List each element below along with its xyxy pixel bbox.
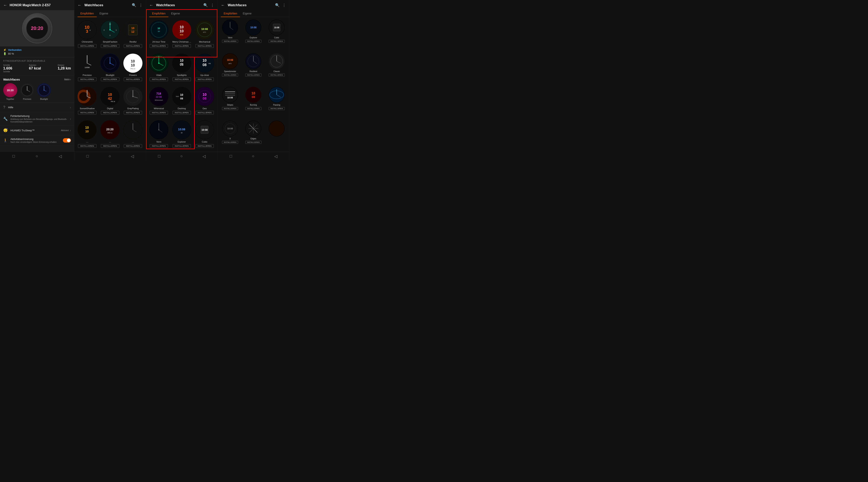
p2-nav-circle[interactable]: ○ <box>180 154 183 159</box>
activity-toggle[interactable] <box>63 138 71 142</box>
panel1-back[interactable]: ← <box>78 3 82 7</box>
install-btn-sm-venn[interactable]: INSTALLIEREN <box>222 40 238 43</box>
wf-preview-precision[interactable]: Precision <box>20 83 34 100</box>
wf-item-precision[interactable]: 14398 Precision INSTALLIEREN <box>78 54 97 83</box>
wf-item-vitals[interactable]: Vitals INSTALLIEREN <box>149 54 168 83</box>
install-btn-venn[interactable]: INSTALLIEREN <box>150 144 168 148</box>
back-icon[interactable]: ← <box>3 3 7 7</box>
nav-circle[interactable]: ○ <box>36 154 38 159</box>
install-btn-sm-resilient[interactable]: INSTALLIEREN <box>245 73 261 76</box>
wf-item-sm-burning[interactable]: 10 08 Burning INSTALLIEREN <box>243 87 264 117</box>
wf-item-digital[interactable]: 10 42 FRI 18 Digital INSTALLIEREN <box>100 87 120 117</box>
install-btn-row4-2[interactable]: INSTALLIEREN <box>101 144 119 148</box>
wf-item-sm-classic[interactable]: Classic INSTALLIEREN <box>267 53 287 84</box>
install-btn-explorer[interactable]: INSTALLIEREN <box>173 144 191 148</box>
wf-item-sm-venn[interactable]: Venn INSTALLIEREN <box>220 20 240 50</box>
install-btn-digital[interactable]: INSTALLIEREN <box>101 111 119 115</box>
install-btn-geo[interactable]: INSTALLIEREN <box>195 111 214 115</box>
install-btn-sm-speedometer[interactable]: INSTALLIEREN <box>222 73 238 76</box>
nav-back[interactable]: ◁ <box>59 154 62 159</box>
wf-item-dashing[interactable]: 10 08 7645 Dashing INSTALLIEREN <box>172 87 191 117</box>
install-btn-sm-passing[interactable]: INSTALLIEREN <box>269 107 285 110</box>
panel2-tab-eigene[interactable]: Eigene <box>168 10 183 17</box>
install-btn-row4-1[interactable]: INSTALLIEREN <box>78 144 96 148</box>
wf-item-chineseink[interactable]: 10 3 ⁸ ChineseInk INSTALLIEREN <box>78 20 97 50</box>
wf-item-sm-passing[interactable]: Passing INSTALLIEREN <box>267 87 287 117</box>
wf-item-cubic[interactable]: 10:08 Cubic INSTALLIEREN <box>195 120 214 150</box>
wf-item-xmas[interactable]: 10 10 MON Merry Christmas ... INSTALLIER… <box>172 20 191 50</box>
wf-item-grayplating[interactable]: GrayPlating INSTALLIEREN <box>123 87 143 117</box>
panel3-tab-empfohlen[interactable]: Empfohlen <box>221 10 240 17</box>
install-btn-grayplating[interactable]: INSTALLIEREN <box>124 111 142 115</box>
wf-item-sm-cubic[interactable]: 10:08 Cubic INSTALLIEREN <box>267 20 287 50</box>
install-btn-dashing[interactable]: INSTALLIEREN <box>173 111 191 115</box>
p1-nav-square[interactable]: □ <box>86 154 89 159</box>
wf-preview-together[interactable]: 20:20 Together <box>3 83 17 100</box>
panel1-tab-empfohlen[interactable]: Empfohlen <box>78 10 97 17</box>
p3-nav-square[interactable]: □ <box>230 154 232 159</box>
panel1-tab-eigene[interactable]: Eigene <box>97 10 111 17</box>
install-btn-precision[interactable]: INSTALLIEREN <box>78 77 96 81</box>
wf-item-geo[interactable]: 10 08 Geo INSTALLIEREN <box>195 87 214 117</box>
wf-preview-bluelight[interactable]: Bluelight <box>37 83 51 100</box>
install-btn-chineseink[interactable]: INSTALLIEREN <box>78 44 96 48</box>
wf-item-whimsical[interactable]: 718 10 08 Whimsical Whimsical INSTALLIER… <box>149 87 168 117</box>
fehlerbehebung-item[interactable]: 🔧 Fehlerbehebung Anleitung zum Beheben v… <box>0 112 74 126</box>
wf-item-spotlights[interactable]: 10 08 Spotlights INSTALLIEREN <box>172 54 191 83</box>
install-btn-flowers[interactable]: INSTALLIEREN <box>124 77 142 81</box>
wf-item-upclose[interactable]: 10 08 FRI Up-close INSTALLIEREN <box>195 54 214 83</box>
trusleep-item[interactable]: 😴 HUAWEI TruSleep™ Aktiviert › <box>0 126 74 135</box>
nav-square[interactable]: □ <box>12 154 15 159</box>
wf-item-mech[interactable]: 10:08 24°C Mechanical INSTALLIEREN <box>195 20 214 50</box>
wf-item-restful[interactable]: 10 12 Restful INSTALLIEREN <box>123 20 143 50</box>
install-btn-sunsetshadow[interactable]: INSTALLIEREN <box>78 111 96 115</box>
wf-item-sm-edges[interactable]: Edges INSTALLIEREN <box>243 121 264 151</box>
install-btn-sm-cubic[interactable]: INSTALLIEREN <box>269 40 285 43</box>
p1-nav-back[interactable]: ◁ <box>131 154 134 159</box>
install-btn-mech[interactable]: INSTALLIEREN <box>195 44 214 48</box>
panel2-back[interactable]: ← <box>149 3 153 7</box>
install-btn-row4-3[interactable]: INSTALLIEREN <box>124 144 142 148</box>
wf-item-sm-speedometer[interactable]: 10:08 24°C Speedometer INSTALLIEREN <box>220 53 240 84</box>
panel2-tab-empfohlen[interactable]: Empfohlen <box>149 10 168 17</box>
p3-nav-circle[interactable]: ○ <box>252 154 254 159</box>
wf-item-simplefashion[interactable]: 12 6 9 3 SimpleFashion INSTALLIEREN <box>100 20 120 50</box>
install-btn-sm-stripes[interactable]: INSTALLIEREN <box>222 107 238 110</box>
install-btn-sm-edges[interactable]: INSTALLIEREN <box>245 141 261 144</box>
panel2-search-icon[interactable]: 🔍 <box>203 3 208 7</box>
wf-item-24hr[interactable]: 10 10 24-hour Time INSTALLIEREN <box>149 20 168 50</box>
install-btn-xmas[interactable]: INSTALLIEREN <box>173 44 191 48</box>
install-btn-cubic[interactable]: INSTALLIEREN <box>195 144 214 148</box>
panel1-search-icon[interactable]: 🔍 <box>132 3 136 7</box>
panel1-more-icon[interactable]: ⋮ <box>139 3 143 7</box>
wf-item-row4-1[interactable]: 10 10 … INSTALLIEREN <box>78 120 97 150</box>
install-btn-upclose[interactable]: INSTALLIEREN <box>195 77 214 81</box>
install-btn-bluelight[interactable]: INSTALLIEREN <box>101 77 119 81</box>
install-btn-vitals[interactable]: INSTALLIEREN <box>150 77 168 81</box>
install-btn-sm-explorer[interactable]: INSTALLIEREN <box>245 40 261 43</box>
install-btn-sm-classic[interactable]: INSTALLIEREN <box>269 73 285 76</box>
panel2-more-icon[interactable]: ⋮ <box>211 3 214 7</box>
panel3-back[interactable]: ← <box>221 3 225 7</box>
p3-nav-back[interactable]: ◁ <box>274 154 277 159</box>
panel3-more-icon[interactable]: ⋮ <box>282 3 286 7</box>
panel3-search-icon[interactable]: 🔍 <box>275 3 279 7</box>
install-btn-whimsical[interactable]: INSTALLIEREN <box>150 111 168 115</box>
wf-item-row4-2[interactable]: 20:20 FRI 14 … INSTALLIEREN <box>100 120 120 150</box>
install-btn-restful[interactable]: INSTALLIEREN <box>124 44 142 48</box>
mehr-link[interactable]: Mehr › <box>64 78 71 81</box>
p1-nav-circle[interactable]: ○ <box>108 154 111 159</box>
hilfe-item[interactable]: ? Hilfe › <box>0 103 74 112</box>
install-btn-sm-x[interactable]: INSTALLIEREN <box>222 141 238 144</box>
wf-item-explorer[interactable]: 10:08 35 Explorer INSTALLIEREN <box>172 120 191 150</box>
panel3-tab-eigene[interactable]: Eigene <box>240 10 254 17</box>
p2-nav-square[interactable]: □ <box>158 154 160 159</box>
install-btn-sm-burning[interactable]: INSTALLIEREN <box>245 107 261 110</box>
wf-item-sm-x[interactable]: 10:08 X INSTALLIEREN <box>220 121 240 151</box>
wf-item-sm-explorer[interactable]: 10:08 Explorer INSTALLIEREN <box>243 20 264 50</box>
wf-item-row4-3[interactable]: … INSTALLIEREN <box>123 120 143 150</box>
install-btn-24hr[interactable]: INSTALLIEREN <box>150 44 168 48</box>
p2-nav-back[interactable]: ◁ <box>203 154 206 159</box>
wf-item-flowers[interactable]: 10 10 FRI 14 Flowers INSTALLIEREN <box>123 54 143 83</box>
install-btn-spotlights[interactable]: INSTALLIEREN <box>173 77 191 81</box>
